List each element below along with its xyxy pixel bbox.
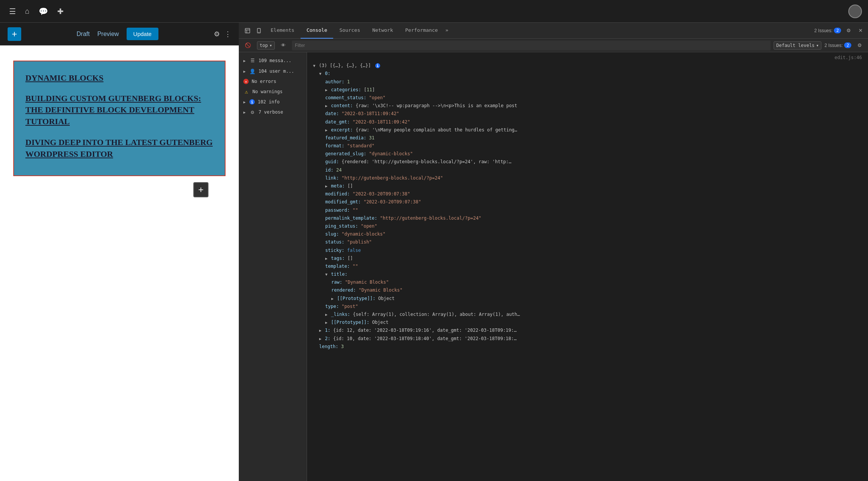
tab-elements[interactable]: Elements: [265, 23, 301, 39]
devtools-close-button[interactable]: ✕: [856, 25, 865, 36]
line-permalink: permalink_template: "http://gutenberg-bl…: [307, 214, 868, 222]
sidebar-all-messages-label: 109 messa...: [259, 58, 302, 63]
sidebar-errors-label: No errors: [252, 79, 302, 84]
home-button[interactable]: ⌂: [22, 4, 33, 19]
line-comment-status: comment_status: "open": [307, 94, 868, 102]
tab-more[interactable]: »: [444, 23, 450, 39]
devtools-device-button[interactable]: [253, 27, 265, 35]
toolbar-right: ⚙ ⋮: [214, 30, 231, 38]
line-content: content: {raw: '\x3C!-- wp:paragraph -->…: [307, 102, 868, 110]
console-output[interactable]: edit.js:46 (3) [{…}, {…}, {…}] i 0: auth…: [307, 52, 868, 481]
console-sidebar: ☰ 109 messa... 👤 104 user m... ✕ No erro…: [239, 52, 307, 481]
line-title: title:: [307, 270, 868, 278]
add-block-float-button[interactable]: +: [193, 182, 208, 197]
add-new-button[interactable]: ✚: [54, 4, 67, 19]
expand-title[interactable]: [325, 272, 327, 278]
line-template: template: "": [307, 262, 868, 270]
sidebar-item-errors[interactable]: ✕ No errors: [239, 77, 307, 86]
line-link: link: "http://gutenberg-blocks.local/?p=…: [307, 174, 868, 182]
sidebar-item-all-messages[interactable]: ☰ 109 messa...: [239, 55, 307, 66]
tab-network[interactable]: Network: [366, 23, 399, 39]
toolbar2-issues-badge: 2: [844, 42, 851, 48]
line-excerpt: excerpt: {raw: '\nMany people complain a…: [307, 126, 868, 134]
expand-title-proto[interactable]: [331, 296, 334, 302]
line-ping-status: ping_status: "open": [307, 222, 868, 230]
post-title-3: DIVING DEEP INTO THE LATEST GUTENBERG WO…: [25, 137, 213, 160]
more-options-button[interactable]: ⋮: [224, 30, 231, 38]
expand-icon: [243, 100, 246, 104]
warning-icon: ⚠: [243, 89, 249, 95]
toolbar-left: +: [8, 27, 21, 41]
line-prototype: [[Prototype]]: Object: [307, 319, 868, 326]
main-layout: + Draft Preview Update ⚙ ⋮ DYNAMIC BLOCK…: [0, 23, 868, 481]
line-length: length: 3: [307, 343, 868, 351]
preview-button[interactable]: Preview: [97, 31, 119, 37]
expand-meta[interactable]: [325, 183, 327, 189]
add-block-toolbar-button[interactable]: +: [8, 27, 21, 41]
sidebar-item-verbose[interactable]: ⚙ 7 verbose: [239, 107, 307, 117]
expand-proto[interactable]: [325, 320, 327, 326]
wp-topbar: ☰ ⌂ 💬 ✚: [0, 0, 868, 23]
expand-tags[interactable]: [325, 256, 327, 262]
line-title-raw: raw: "Dynamic Blocks": [307, 278, 868, 286]
line-date: date: "2022-03-18T11:09:42": [307, 110, 868, 118]
settings-button[interactable]: ⚙: [214, 30, 220, 38]
sidebar-user-messages-label: 104 user m...: [259, 69, 302, 74]
sidebar-item-user-messages[interactable]: 👤 104 user m...: [239, 66, 307, 77]
clear-console-button[interactable]: 🚫: [242, 41, 254, 50]
source-ref: edit.js:46: [835, 54, 862, 61]
line-slug: slug: "dynamic-blocks": [307, 230, 868, 238]
levels-chevron-icon: ▾: [816, 43, 819, 48]
devtools-panel: Elements Console Sources Network Perform…: [239, 23, 868, 481]
line-title-prototype: [[Prototype]]: Object: [307, 295, 868, 303]
filter-input[interactable]: [292, 41, 771, 50]
context-selector[interactable]: top ▾: [257, 41, 275, 50]
expand-2[interactable]: [319, 336, 321, 342]
expand-icon: [243, 59, 246, 63]
tab-sources-label: Sources: [339, 27, 360, 33]
line-format: format: "standard": [307, 142, 868, 150]
devtools-settings-button[interactable]: ⚙: [844, 25, 853, 36]
tab-sources[interactable]: Sources: [333, 23, 366, 39]
comment-button[interactable]: 💬: [36, 4, 51, 19]
sidebar-info-label: 102 info: [258, 99, 302, 105]
tab-performance[interactable]: Performance: [399, 23, 444, 39]
tab-console-label: Console: [307, 27, 327, 33]
line-links: _links: {self: Array(1), collection: Arr…: [307, 311, 868, 319]
editor-toolbar: + Draft Preview Update ⚙ ⋮: [0, 23, 239, 45]
menu-button[interactable]: ☰: [6, 4, 19, 19]
source-ref-line: edit.js:46: [307, 54, 868, 62]
expand-excerpt[interactable]: [325, 127, 327, 133]
user-messages-icon: 👤: [249, 68, 255, 74]
devtools-inspect-button[interactable]: [242, 27, 253, 35]
sidebar-item-warnings[interactable]: ⚠ No warnings: [239, 86, 307, 97]
expand-1[interactable]: [319, 328, 321, 334]
context-label: top: [260, 43, 268, 48]
issues-label: 2 Issues:: [814, 28, 832, 33]
sidebar-warnings-label: No warnings: [252, 89, 302, 94]
draft-button[interactable]: Draft: [77, 31, 90, 37]
line-status: status: "publish": [307, 238, 868, 246]
line-0: 0:: [307, 70, 868, 78]
levels-selector[interactable]: Default levels ▾: [774, 41, 821, 50]
topbar-left: ☰ ⌂ 💬 ✚: [6, 4, 67, 19]
line-password: password: "": [307, 206, 868, 214]
array-expand-triangle[interactable]: [313, 63, 315, 69]
tab-console[interactable]: Console: [301, 23, 334, 39]
expand-links[interactable]: [325, 312, 327, 318]
devtools-tabbar: Elements Console Sources Network Perform…: [239, 23, 868, 39]
toolbar2-settings-button[interactable]: ⚙: [854, 41, 865, 50]
line-featured-media: featured_media: 31: [307, 134, 868, 142]
expand-content[interactable]: [325, 103, 327, 109]
expand-categories[interactable]: [325, 87, 327, 93]
sidebar-verbose-label: 7 verbose: [259, 109, 302, 115]
toolbar-center: Draft Preview Update: [77, 28, 158, 40]
line-categories: categories: [11]: [307, 86, 868, 94]
update-button[interactable]: Update: [127, 28, 158, 40]
info-icon: i: [249, 99, 255, 105]
expand-0[interactable]: [319, 71, 321, 77]
sidebar-item-info[interactable]: i 102 info: [239, 97, 307, 107]
devtools-toolbar2: 🚫 top ▾ 👁 Default levels ▾ 2 Issues: 2 ⚙: [239, 39, 868, 52]
line-tags: tags: []: [307, 255, 868, 262]
eye-button[interactable]: 👁: [278, 41, 289, 50]
